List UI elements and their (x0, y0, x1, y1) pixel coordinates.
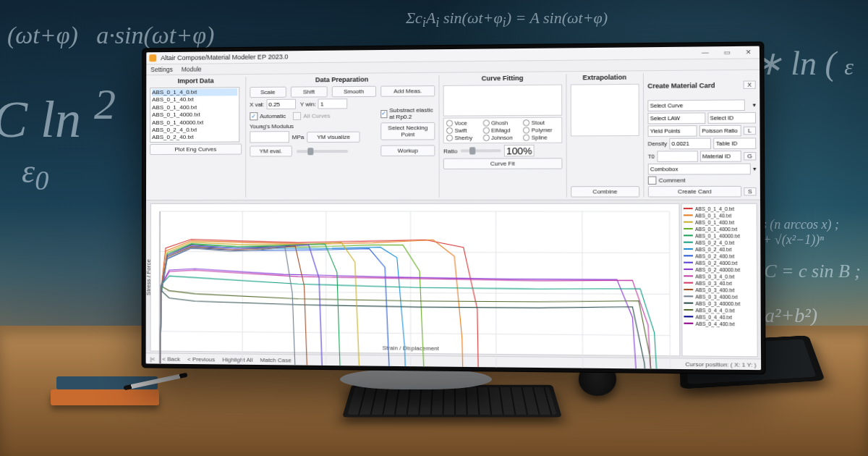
legend-item: ABS_0_1_4_0.txt (684, 206, 755, 212)
panel-title-card: Create Material Card (647, 82, 743, 90)
card-side-l[interactable]: L (744, 127, 756, 135)
panel-title-prep: Data Preparation (250, 75, 435, 84)
automatic-checkbox[interactable]: ✓Automatic (250, 112, 286, 120)
ywin-input[interactable] (318, 98, 348, 109)
fit-model-option[interactable]: Polymer (523, 127, 559, 133)
fit-model-option[interactable]: Sherby (446, 135, 479, 141)
legend-item: ABS_0_4_400.txt (684, 320, 756, 327)
plot-eng-curves-button[interactable]: Plot Eng Curves (150, 143, 242, 155)
stress-strain-chart[interactable]: Stress / Force Strain / Displacement 00.… (150, 203, 681, 357)
ratio-slider[interactable] (461, 149, 501, 152)
fit-model-option[interactable]: Ghosh (483, 119, 519, 126)
subtract-rp02-checkbox[interactable]: ✓Substract elastic at Rp0.2 (380, 107, 435, 121)
select-necking-button[interactable]: Select Necking Point (380, 122, 435, 140)
ywin-label: Y win: (300, 101, 316, 107)
svg-line-5 (582, 211, 583, 370)
close-button[interactable]: ✕ (741, 48, 757, 56)
scale-button[interactable]: Scale (250, 87, 286, 98)
bg-formula: C ln 2 (0, 80, 116, 150)
table-id-input[interactable] (714, 138, 757, 149)
bg-formula: ε0 (22, 152, 48, 196)
file-item[interactable]: ABS_0_1_40.txt (152, 96, 237, 104)
menu-module[interactable]: Module (182, 66, 202, 73)
select-id-input[interactable] (707, 112, 756, 124)
file-item[interactable]: ABS_0_2_400.txt (152, 141, 237, 143)
panel-curve-fitting: Curve Fitting VoceGhoshStoutSwiftElMagdP… (440, 72, 566, 200)
fit-model-option[interactable]: Spline (523, 134, 559, 140)
file-item[interactable]: ABS_0_2_40.txt (152, 134, 237, 142)
card-side-x[interactable]: X (744, 81, 756, 90)
file-item[interactable]: ABS_0_1_4000.txt (152, 111, 237, 119)
file-listbox[interactable]: ABS_0_1_4_0.txtABS_0_1_40.txtABS_0_1_400… (150, 87, 239, 143)
legend-item: ABS_0_3_4_0.txt (684, 273, 755, 280)
svg-line-8 (160, 251, 670, 253)
control-strip: Import Data ABS_0_1_4_0.txtABS_0_1_40.tx… (146, 70, 760, 200)
poisson-input[interactable] (699, 125, 741, 137)
fit-model-option[interactable]: Johnson (483, 135, 519, 141)
create-card-button[interactable]: Create Card (648, 186, 741, 198)
panel-title-import: Import Data (150, 77, 242, 85)
material-id-input[interactable] (700, 151, 741, 162)
bg-formula: (ωt+φ) a·sin(ωt+φ) (7, 22, 214, 49)
fit-model-option[interactable]: Voce (446, 119, 479, 126)
smooth-button[interactable]: Smooth (332, 86, 376, 98)
fit-preview-box (443, 85, 562, 117)
maximize-button[interactable]: ▭ (719, 48, 734, 56)
select-law-dropdown[interactable] (647, 112, 705, 124)
file-item[interactable]: ABS_0_1_400.txt (152, 104, 237, 111)
workup-button[interactable]: Workup (380, 145, 435, 156)
app-window: Altair Compose/Material Modeler EP 2023.… (146, 46, 762, 370)
legend-item: ABS_0_2_400.txt (684, 253, 755, 260)
panel-extrapolation: Extrapolation Combine (566, 71, 643, 199)
file-item[interactable]: ABS_0_1_40000.txt (152, 119, 237, 127)
svg-line-10 (160, 332, 670, 336)
status-cursor: Cursor position: ( X: 1 Y: ) (685, 360, 756, 368)
fit-models-group: VoceGhoshStoutSwiftElMagdPolymerSherbyJo… (443, 117, 562, 144)
legend-item: ABS_0_3_4000.txt (684, 293, 755, 300)
combobox-input[interactable] (648, 164, 751, 175)
svg-line-4 (496, 211, 497, 370)
curve-fit-button[interactable]: Curve Fit (443, 158, 562, 169)
file-item[interactable]: ABS_0_2_4_0.txt (152, 126, 237, 134)
comment-checkbox[interactable]: Comment (648, 176, 686, 184)
minimize-button[interactable]: — (697, 48, 712, 56)
shift-button[interactable]: Shift (291, 86, 328, 98)
select-curve-dropdown[interactable] (647, 99, 745, 111)
density-input[interactable] (669, 138, 711, 150)
add-meas-button[interactable]: Add Meas. (380, 85, 435, 97)
xval-label: X val: (250, 101, 264, 108)
fit-model-option[interactable]: Stout (523, 119, 559, 126)
legend-item: ABS_0_1_40.txt (684, 212, 755, 219)
chart-area: Stress / Force Strain / Displacement 00.… (146, 200, 761, 359)
legend-item: ABS_0_3_400.txt (684, 287, 755, 294)
legend-item: ABS_0_1_4000.txt (684, 226, 755, 232)
yield-points-input[interactable] (647, 125, 697, 137)
combine-button[interactable]: Combine (571, 186, 639, 198)
mpa-label: MPa (292, 134, 305, 140)
ym-eval-button[interactable]: YM eval. (250, 145, 292, 156)
menu-settings[interactable]: Settings (150, 66, 173, 73)
t0-input[interactable] (657, 151, 698, 162)
ratio-input[interactable] (504, 145, 535, 157)
ym-value-input[interactable] (250, 131, 289, 143)
legend-item: ABS_0_2_4_0.txt (684, 239, 755, 246)
svg-line-9 (160, 291, 670, 294)
monitor-stand-base (340, 369, 492, 389)
fit-model-option[interactable]: ElMagd (483, 127, 519, 133)
fit-model-option[interactable]: Swift (446, 127, 479, 134)
xval-input[interactable] (266, 99, 295, 109)
bg-formula: ΣciAi sin(ωt+φi) = A sin(ωt+φ) (406, 9, 608, 30)
ym-slider[interactable] (297, 149, 348, 152)
card-side-g[interactable]: G (744, 152, 756, 160)
ratio-label: Ratio (443, 148, 457, 154)
svg-line-6 (670, 211, 671, 370)
panel-data-prep: Data Preparation Scale Shift Smooth X va… (246, 73, 439, 200)
panel-import: Import Data ABS_0_1_4_0.txtABS_0_1_40.tx… (146, 75, 245, 200)
panel-create-card: Create Material CardX ▾ L Density T0G ▾ … (644, 70, 760, 200)
ym-visualize-button[interactable]: YM visualize (307, 131, 359, 143)
panel-title-fit: Curve Fitting (443, 74, 562, 83)
scene-root: (ωt+φ) a·sin(ωt+φ) C ln 2 ε0 ΣciAi sin(ω… (0, 0, 868, 456)
legend-item: ABS_0_1_400.txt (684, 219, 755, 225)
all-curves-checkbox[interactable]: All Curves (293, 112, 330, 120)
card-side-s[interactable]: S (744, 187, 756, 195)
